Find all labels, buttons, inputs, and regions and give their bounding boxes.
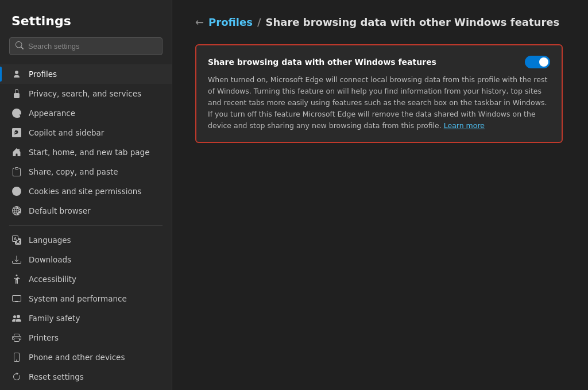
sidebar-item-phone[interactable]: Phone and other devices [0, 347, 172, 367]
downloads-icon [11, 254, 22, 265]
sidebar-item-accessibility[interactable]: Accessibility [0, 269, 172, 289]
breadcrumb-link[interactable]: Profiles [208, 16, 253, 28]
sidebar-item-label-start-home: Start, home, and new tab page [29, 148, 149, 157]
main-content: ← Profiles / Share browsing data with ot… [172, 0, 588, 390]
printers-icon [11, 333, 22, 343]
sidebar-item-start-home[interactable]: Start, home, and new tab page [0, 142, 172, 162]
system-icon [11, 294, 22, 304]
learn-more-link[interactable]: Learn more [444, 121, 485, 130]
sidebar-item-label-share-copy: Share, copy, and paste [29, 167, 118, 176]
start-home-icon [11, 147, 22, 157]
privacy-icon [11, 88, 22, 99]
sidebar-item-label-accessibility: Accessibility [29, 275, 76, 284]
nav-separator [9, 225, 163, 226]
sidebar-item-label-languages: Languages [29, 235, 71, 245]
sidebar-item-profiles[interactable]: Profiles [0, 64, 172, 84]
profiles-icon [11, 69, 22, 79]
sidebar-title: Settings [0, 9, 172, 37]
sidebar-item-label-downloads: Downloads [29, 255, 71, 264]
sidebar-item-languages[interactable]: Languages [0, 230, 172, 250]
card-header: Share browsing data with other Windows f… [208, 56, 550, 68]
phone-icon [11, 352, 22, 362]
breadcrumb-separator: / [257, 16, 261, 28]
sidebar-item-label-profiles: Profiles [29, 69, 57, 79]
sidebar-item-label-cookies: Cookies and site permissions [29, 187, 141, 196]
sidebar-item-label-privacy: Privacy, search, and services [29, 89, 141, 98]
sidebar-item-family[interactable]: Family safety [0, 308, 172, 328]
sidebar-item-share-copy[interactable]: Share, copy, and paste [0, 162, 172, 182]
sidebar: Settings ProfilesPrivacy, search, and se… [0, 0, 172, 390]
sidebar-item-privacy[interactable]: Privacy, search, and services [0, 84, 172, 103]
card-title: Share browsing data with other Windows f… [208, 57, 436, 67]
sidebar-item-appearance[interactable]: Appearance [0, 103, 172, 123]
back-button[interactable]: ← [195, 16, 204, 28]
default-browser-icon [11, 206, 22, 216]
cookies-icon [11, 186, 22, 196]
sidebar-item-cookies[interactable]: Cookies and site permissions [0, 182, 172, 201]
languages-icon [11, 235, 22, 245]
sidebar-item-label-system: System and performance [29, 294, 127, 303]
breadcrumb: ← Profiles / Share browsing data with ot… [195, 16, 565, 28]
sidebar-item-label-copilot: Copilot and sidebar [29, 128, 104, 137]
sidebar-item-label-reset: Reset settings [29, 372, 84, 381]
sidebar-item-printers[interactable]: Printers [0, 328, 172, 347]
toggle-slider [525, 56, 550, 68]
sidebar-item-default-browser[interactable]: Default browser [0, 201, 172, 221]
sidebar-item-label-default-browser: Default browser [29, 206, 91, 215]
share-copy-icon [11, 167, 22, 177]
sidebar-item-label-printers: Printers [29, 333, 59, 342]
accessibility-icon [11, 274, 22, 284]
breadcrumb-current: Share browsing data with other Windows f… [266, 16, 560, 28]
sidebar-item-system[interactable]: System and performance [0, 289, 172, 308]
search-box[interactable] [9, 37, 163, 55]
settings-card: Share browsing data with other Windows f… [195, 44, 563, 143]
card-description: When turned on, Microsoft Edge will conn… [208, 74, 550, 132]
sidebar-item-label-family: Family safety [29, 314, 80, 323]
reset-icon [11, 372, 22, 382]
appearance-icon [11, 108, 22, 118]
sidebar-item-label-appearance: Appearance [29, 109, 75, 118]
sidebar-item-copilot[interactable]: Copilot and sidebar [0, 123, 172, 142]
search-icon [16, 41, 24, 51]
search-input[interactable] [28, 42, 156, 51]
sidebar-item-reset[interactable]: Reset settings [0, 367, 172, 387]
family-icon [11, 313, 22, 323]
share-browsing-toggle[interactable] [525, 56, 550, 68]
sidebar-item-label-phone: Phone and other devices [29, 353, 125, 362]
sidebar-item-downloads[interactable]: Downloads [0, 250, 172, 269]
copilot-icon [11, 128, 22, 138]
